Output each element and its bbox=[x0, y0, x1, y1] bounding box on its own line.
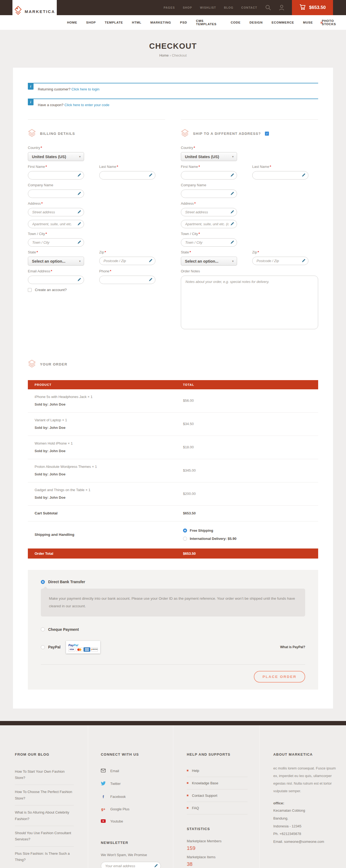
account-icon[interactable] bbox=[279, 5, 284, 10]
blog-link[interactable]: How To Choose The Perfect Fashion Store? bbox=[15, 785, 74, 805]
radio-unselected-icon[interactable] bbox=[41, 645, 45, 649]
international-delivery-radio[interactable]: International Delivery: $5.90 bbox=[183, 537, 318, 541]
stat-items-value: 38 bbox=[187, 861, 250, 867]
billing-zip-input[interactable] bbox=[99, 257, 155, 265]
blog-link[interactable]: Plus Size Fashion: Is There Such a Thing… bbox=[15, 847, 74, 867]
first-name-label: First Name bbox=[181, 165, 198, 169]
free-shipping-radio[interactable]: Free Shipping bbox=[183, 528, 318, 532]
cart-button[interactable]: $653.50 bbox=[292, 0, 333, 15]
bank-transfer-description: Make your payment directly into our bank… bbox=[41, 589, 305, 617]
cheque-payment-radio[interactable]: Cheque Payment bbox=[41, 627, 305, 632]
logo[interactable]: MARKETICA bbox=[12, 0, 57, 23]
shipping-town-input[interactable] bbox=[181, 238, 237, 247]
what-is-paypal-link[interactable]: What is PayPal? bbox=[280, 645, 305, 649]
social-twitter-link[interactable]: Twitter bbox=[101, 777, 164, 790]
shipping-zip-input[interactable] bbox=[252, 257, 308, 265]
social-facebook-link[interactable]: f Facebook bbox=[101, 790, 164, 803]
subnav-template[interactable]: TEMPLATE bbox=[105, 21, 123, 24]
subnav-psd[interactable]: PSD bbox=[180, 21, 187, 24]
shipping-company-input[interactable] bbox=[181, 189, 237, 198]
subnav-shop[interactable]: SHOP bbox=[86, 21, 96, 24]
shipping-details-section: SHIP TO A DIFFERENT ADDRESS? ✓ Country* … bbox=[181, 119, 318, 334]
subnav-photo-stocks[interactable]: PHOTO STOCKS bbox=[322, 19, 346, 26]
required-marker: * bbox=[36, 250, 38, 254]
help-link: Help bbox=[187, 765, 248, 777]
shipping-last-name-input[interactable] bbox=[252, 171, 308, 180]
ship-to-different-checkbox[interactable]: ✓ bbox=[265, 131, 269, 136]
shipping-state-select[interactable]: Select an option... ▾ bbox=[181, 257, 237, 266]
required-marker: * bbox=[117, 165, 118, 169]
top-nav-shop[interactable]: SHOP bbox=[183, 6, 192, 9]
footer-help-title: HELP AND SUPPORTS bbox=[187, 752, 250, 756]
subnav-ecommerce[interactable]: ECOMMERCE bbox=[272, 21, 294, 24]
billing-phone-input[interactable] bbox=[99, 276, 155, 284]
chevron-down-icon: ▾ bbox=[232, 155, 234, 158]
mastercard-card-icon bbox=[76, 647, 83, 652]
shipping-first-name-input[interactable] bbox=[181, 171, 237, 180]
shipping-street-address-input[interactable] bbox=[181, 208, 237, 216]
company-label: Company Name bbox=[181, 183, 237, 187]
subnav-muse[interactable]: MUSE bbox=[303, 21, 313, 24]
subnav-design[interactable]: DESIGN bbox=[249, 21, 263, 24]
shipping-handling-row: Shipping and Handling Free Shipping Inte… bbox=[28, 522, 318, 549]
billing-first-name-input[interactable] bbox=[28, 171, 84, 180]
blog-link[interactable]: Should You Use Fashion Consultant Servic… bbox=[15, 826, 74, 847]
place-order-button[interactable]: PLACE ORDER bbox=[254, 671, 305, 683]
statistics-title: STATISTICS bbox=[187, 827, 250, 831]
social-google-plus-link[interactable]: g+ Google Plus bbox=[101, 803, 164, 815]
breadcrumb-home[interactable]: Home bbox=[159, 53, 169, 57]
product-total: $34.50 bbox=[183, 422, 318, 426]
required-marker: * bbox=[105, 250, 106, 254]
billing-email-input[interactable] bbox=[28, 276, 84, 284]
order-notes-textarea[interactable] bbox=[181, 276, 318, 329]
billing-street-address-input[interactable] bbox=[28, 208, 84, 216]
site-footer: FROM OUR BLOG How To Start Your Own Fash… bbox=[0, 725, 346, 868]
tag-logo-icon bbox=[14, 5, 22, 17]
subnav-home[interactable]: HOME bbox=[67, 21, 77, 24]
chevron-down-icon: ▾ bbox=[79, 260, 80, 262]
social-email-link[interactable]: Email bbox=[101, 765, 164, 777]
about-text: ec mollis lorem consequat. Fusce ipsum e… bbox=[273, 765, 336, 795]
last-name-label: Last Name bbox=[252, 165, 269, 169]
required-marker: * bbox=[199, 232, 200, 236]
create-account-checkbox[interactable]: Create an account? bbox=[28, 288, 165, 292]
more-categories-icon[interactable]: » bbox=[320, 20, 323, 25]
top-nav-pages[interactable]: PAGES bbox=[164, 6, 175, 9]
shipping-country-select[interactable]: United States (US) ▾ bbox=[181, 152, 237, 161]
bullet-icon bbox=[187, 782, 188, 784]
subnav-marketing[interactable]: MARKETING bbox=[150, 21, 171, 24]
top-nav-wishlist[interactable]: WISHLIST bbox=[200, 6, 216, 9]
blog-link[interactable]: What is So Alluring About Celebrity Fash… bbox=[15, 805, 74, 826]
social-youtube-link[interactable]: Youtube bbox=[101, 815, 164, 828]
billing-last-name-input[interactable] bbox=[99, 171, 155, 180]
bullet-icon bbox=[187, 795, 188, 796]
bank-transfer-radio[interactable]: Direct Bank Transfer bbox=[41, 580, 305, 584]
coupon-link[interactable]: Click here to enter your code bbox=[64, 103, 109, 107]
shipping-option-label: International Delivery: $5.90 bbox=[190, 537, 237, 541]
billing-state-select[interactable]: Select an option... ▾ bbox=[28, 257, 84, 266]
billing-country-select[interactable]: United States (US) ▾ bbox=[28, 152, 84, 161]
zip-label: Zip bbox=[252, 250, 257, 254]
required-marker: * bbox=[257, 250, 259, 254]
footer-help-column: HELP AND SUPPORTS Help Knowladge Base Co… bbox=[173, 725, 260, 868]
billing-company-input[interactable] bbox=[28, 189, 84, 198]
checkbox-unchecked-icon bbox=[28, 288, 32, 292]
billing-town-input[interactable] bbox=[28, 238, 84, 247]
page-title: CHECKOUT bbox=[0, 42, 346, 51]
subnav-code[interactable]: CODE bbox=[231, 21, 241, 24]
subnav-html[interactable]: HTML bbox=[132, 21, 141, 24]
chevron-down-icon: ▾ bbox=[232, 260, 234, 262]
logo-text: MARKETICA bbox=[25, 9, 55, 14]
newsletter-email-input[interactable] bbox=[101, 862, 161, 868]
top-nav-contact[interactable]: CONTACT bbox=[241, 6, 257, 9]
breadcrumb-separator: › bbox=[170, 53, 171, 57]
billing-address2-input[interactable] bbox=[28, 220, 84, 228]
search-icon[interactable] bbox=[265, 5, 271, 10]
shipping-address2-input[interactable] bbox=[181, 220, 237, 228]
top-nav-blog[interactable]: BLOG bbox=[224, 6, 233, 9]
product-seller: Sold by: John Doe bbox=[35, 426, 183, 430]
subnav-cms-templates[interactable]: CMS TEMPLATES bbox=[196, 19, 222, 26]
login-link[interactable]: Click here to login bbox=[71, 87, 99, 91]
blog-link[interactable]: How To Start Your Own Fashion Store? bbox=[15, 765, 74, 785]
bullet-icon bbox=[187, 770, 188, 771]
